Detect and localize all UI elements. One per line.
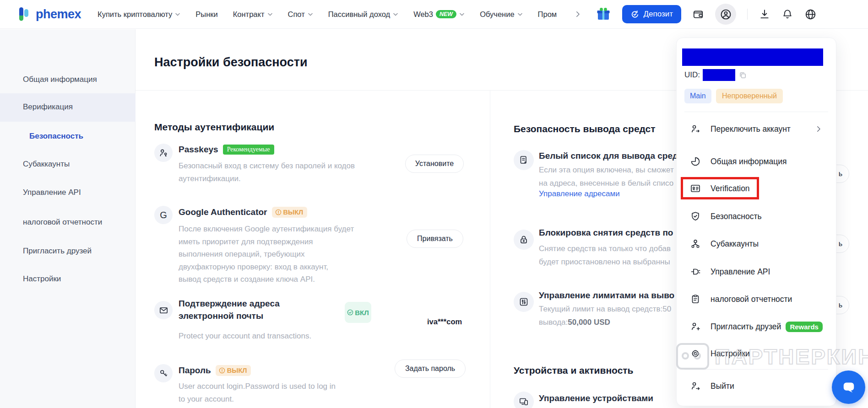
menu-divider	[684, 369, 828, 370]
nav-contract[interactable]: Контракт	[233, 10, 273, 19]
menu-item-subaccounts[interactable]: Субаккаунты	[684, 233, 828, 255]
main-nav: Купить криптовалюту Рынки Контракт Спот …	[98, 10, 582, 19]
menu-item-settings[interactable]: Настройки	[684, 343, 828, 365]
lock-icon	[514, 230, 534, 250]
email-desc: Protect your account and transactions.	[179, 330, 311, 343]
email-masked-value: iva***com	[427, 317, 462, 326]
nav-scroll-chevron-right-icon[interactable]	[574, 10, 582, 18]
redacted-uid	[703, 69, 735, 81]
sidebar-item-api[interactable]: Управление API	[23, 188, 81, 197]
header-divider	[747, 9, 748, 20]
copy-icon[interactable]	[738, 70, 748, 80]
sidebar-item-settings[interactable]: Настройки	[23, 274, 61, 284]
download-app-icon[interactable]	[759, 8, 770, 20]
info-icon	[219, 367, 225, 374]
sidebar-item-overview[interactable]: Общая информация	[23, 75, 97, 84]
menu-item-invite[interactable]: Пригласить друзей Rewards	[684, 316, 828, 338]
bell-icon[interactable]	[781, 8, 793, 20]
gift-icon[interactable]	[596, 6, 611, 22]
phemex-logo[interactable]: phemex	[18, 6, 81, 22]
google-bind-button[interactable]: Привязать	[407, 230, 463, 248]
limits-title: Управление лимитами на выво	[539, 290, 674, 301]
chevron-down-icon	[459, 12, 465, 17]
chevron-down-icon	[308, 12, 313, 17]
email-on-badge: ВКЛ	[345, 302, 371, 323]
menu-item-switch-account[interactable]: Переключить аккаунт	[684, 118, 828, 140]
deposit-icon	[630, 10, 640, 19]
manage-devices-title: Управление устройствами	[539, 393, 653, 403]
overview-pie-icon	[689, 156, 701, 167]
sidebar-item-verification[interactable]: Верификация	[23, 102, 73, 112]
profile-button[interactable]	[715, 4, 736, 25]
chat-icon	[841, 379, 857, 396]
withdrawal-lock-title: Блокировка снятия средств по	[539, 228, 673, 238]
sidebar-item-tax[interactable]: налоговой отчетности	[23, 218, 102, 227]
info-icon	[275, 209, 282, 215]
subaccounts-icon	[689, 238, 701, 249]
nav-promo[interactable]: Пром	[538, 10, 557, 19]
header-actions: Депозит	[596, 4, 817, 25]
unverified-badge: Непроверенный	[716, 89, 783, 103]
sidebar-item-security[interactable]: Безопасность	[29, 132, 83, 141]
whitelist-title: Белый список для вывода сред	[539, 151, 678, 161]
menu-item-tax[interactable]: налоговой отчетности	[684, 288, 828, 310]
devices-section-title: Устройства и активность	[514, 365, 634, 376]
email-confirm-title: Подтверждение адресаэлектронной почты	[179, 297, 280, 322]
check-circle-icon	[347, 309, 353, 316]
google-auth-row: Google Authenticator ВЫКЛ	[179, 207, 307, 218]
redacted-email	[682, 48, 823, 66]
menu-item-verification[interactable]: Verification	[684, 177, 828, 199]
top-nav: phemex Купить криптовалюту Рынки Контрак…	[0, 0, 868, 29]
passkeys-setup-button[interactable]: Установите	[405, 155, 464, 173]
chevron-right-icon	[814, 125, 823, 133]
settings-gear-icon	[689, 348, 701, 359]
google-off-badge: ВЫКЛ	[272, 207, 308, 218]
set-password-button[interactable]: Задать пароль	[395, 360, 466, 378]
google-auth-desc: После включения Google аутентификация бу…	[179, 223, 354, 286]
chevron-down-icon	[267, 12, 273, 17]
menu-item-logout[interactable]: Выйти	[684, 375, 828, 397]
whitelist-icon	[514, 150, 534, 170]
limits-icon	[514, 292, 534, 312]
auth-section-title: Методы аутентификации	[154, 122, 274, 133]
chevron-down-icon	[175, 12, 180, 17]
shield-check-icon	[689, 211, 701, 222]
menu-item-api[interactable]: Управление API	[684, 261, 828, 283]
passkeys-title: Passkeys	[179, 145, 218, 155]
uid-label: UID:	[684, 70, 700, 80]
chat-widget-button[interactable]	[832, 370, 865, 404]
password-desc: User account login.Password is used to l…	[179, 380, 336, 406]
whitelist-desc: Если эта опция включена, вы сможетна адр…	[539, 164, 674, 190]
passkeys-row: Passkeys Рекомендуемые	[179, 145, 274, 155]
mail-icon	[154, 301, 173, 319]
uid-row: UID:	[684, 69, 748, 81]
password-row: Пароль ВЫКЛ	[179, 365, 251, 376]
main-account-badge: Main	[684, 89, 711, 103]
globe-icon[interactable]	[804, 8, 817, 21]
recommended-badge: Рекомендуемые	[223, 145, 274, 155]
column-divider	[490, 91, 490, 408]
password-off-badge: ВЫКЛ	[216, 365, 251, 376]
password-title: Пароль	[179, 365, 211, 376]
nav-buy-crypto[interactable]: Купить криптовалюту	[98, 10, 180, 19]
nav-passive-income[interactable]: Пассивный доход	[328, 10, 398, 19]
nav-spot[interactable]: Спот	[288, 10, 313, 19]
nav-learn[interactable]: Обучение	[480, 10, 522, 19]
passkeys-desc: Безопасный вход в систему без паролей и …	[179, 160, 355, 185]
menu-item-security[interactable]: Безопасность	[684, 205, 828, 227]
passkey-icon	[154, 144, 173, 162]
deposit-button[interactable]: Депозит	[622, 5, 681, 23]
nav-web3[interactable]: Web3NEW	[413, 10, 465, 19]
sidebar-item-subaccounts[interactable]: Субаккаунты	[23, 160, 70, 169]
menu-item-overview[interactable]: Общая информация	[684, 150, 828, 172]
settings-sidebar: Общая информация Верификация Безопасност…	[0, 29, 136, 408]
sidebar-item-invite[interactable]: Пригласить друзей	[23, 247, 92, 256]
nav-markets[interactable]: Рынки	[195, 10, 217, 19]
manage-addresses-link[interactable]: Управление адресами	[539, 189, 620, 199]
google-icon: G	[154, 206, 173, 224]
wallet-icon[interactable]	[692, 8, 704, 20]
chevron-down-icon	[517, 12, 523, 17]
page-title: Настройки безопасности	[154, 55, 308, 70]
google-auth-title: Google Authenticator	[179, 207, 267, 217]
rewards-badge: Rewards	[786, 322, 823, 332]
